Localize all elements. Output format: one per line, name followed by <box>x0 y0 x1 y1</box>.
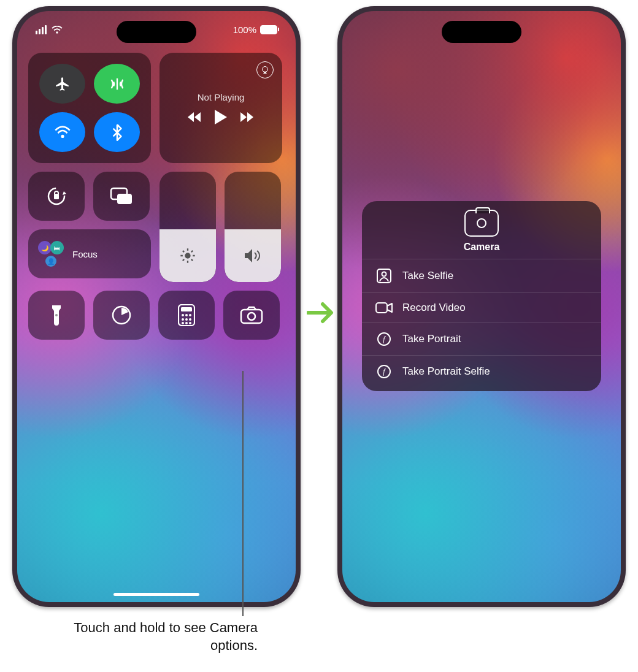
calculator-button[interactable] <box>158 291 215 340</box>
svg-point-14 <box>189 314 191 316</box>
svg-rect-11 <box>181 307 192 311</box>
camera-action-label: Take Selfie <box>402 270 453 282</box>
svg-point-22 <box>248 313 255 320</box>
camera-action-video[interactable]: Record Video <box>362 292 601 323</box>
svg-point-25 <box>382 272 386 277</box>
wifi-status-icon <box>52 26 63 34</box>
camera-action-portrait[interactable]: f Take Portrait <box>362 323 601 355</box>
personal-focus-icon: 👤 <box>45 256 56 267</box>
brightness-slider[interactable] <box>160 172 216 282</box>
svg-point-17 <box>189 318 191 321</box>
focus-label: Focus <box>72 249 98 259</box>
svg-point-13 <box>185 314 188 316</box>
svg-text:f: f <box>383 335 386 343</box>
camera-action-portrait-selfie[interactable]: f Take Portrait Selfie <box>362 355 601 388</box>
selfie-icon <box>375 268 393 284</box>
svg-rect-4 <box>54 194 59 199</box>
home-indicator[interactable] <box>113 593 199 596</box>
svg-rect-26 <box>376 303 387 313</box>
callout-caption: Touch and hold to see Camera options. <box>37 619 258 654</box>
airplane-mode-button[interactable] <box>39 64 85 104</box>
next-track-button[interactable] <box>240 112 254 123</box>
sleep-focus-icon: 🛏 <box>50 241 64 254</box>
camera-icon[interactable] <box>464 210 499 237</box>
connectivity-group[interactable] <box>28 53 151 163</box>
svg-rect-6 <box>117 194 132 204</box>
svg-point-23 <box>477 219 486 227</box>
focus-button[interactable]: 🌙 🛏 👤 Focus <box>28 229 151 278</box>
svg-text:f: f <box>383 367 386 376</box>
camera-menu-title: Camera <box>464 242 500 253</box>
cellular-data-button[interactable] <box>94 64 140 104</box>
svg-point-16 <box>185 318 188 321</box>
airplay-icon[interactable] <box>256 61 274 78</box>
portrait-icon: f <box>375 332 393 346</box>
previous-track-button[interactable] <box>188 112 201 123</box>
volume-slider[interactable] <box>225 172 281 282</box>
dynamic-island <box>442 21 521 43</box>
phone-control-center: 100% <box>12 6 301 607</box>
svg-point-20 <box>189 322 191 324</box>
svg-point-1 <box>61 134 64 137</box>
camera-action-label: Record Video <box>402 302 466 314</box>
phone-camera-menu: Camera Take Selfie Record Video f Take P… <box>337 6 626 607</box>
flashlight-button[interactable] <box>28 291 85 340</box>
svg-point-7 <box>185 253 190 258</box>
dynamic-island <box>117 21 196 43</box>
timer-button[interactable] <box>93 291 150 340</box>
svg-point-15 <box>182 318 184 321</box>
callout-line <box>242 371 244 616</box>
play-button[interactable] <box>215 110 227 124</box>
screen-mirroring-button[interactable] <box>93 172 150 221</box>
media-status: Not Playing <box>198 92 245 102</box>
volume-icon <box>244 248 262 264</box>
battery-percent: 100% <box>233 25 256 35</box>
camera-action-selfie[interactable]: Take Selfie <box>362 259 601 292</box>
svg-point-0 <box>56 31 58 34</box>
brightness-icon <box>179 247 196 264</box>
svg-point-12 <box>182 314 184 316</box>
svg-point-8 <box>55 314 58 316</box>
svg-rect-21 <box>241 310 262 323</box>
orientation-lock-button[interactable] <box>28 172 85 221</box>
camera-action-label: Take Portrait <box>402 333 461 345</box>
focus-icons: 🌙 🛏 👤 <box>38 241 64 267</box>
camera-button[interactable] <box>223 291 280 340</box>
media-controls[interactable]: Not Playing <box>160 53 282 163</box>
do-not-disturb-icon: 🌙 <box>38 241 52 254</box>
svg-point-19 <box>185 322 188 324</box>
camera-quick-actions-menu: Camera Take Selfie Record Video f Take P… <box>362 201 601 391</box>
svg-point-18 <box>182 322 184 324</box>
battery-icon <box>260 25 277 34</box>
wifi-button[interactable] <box>39 112 85 152</box>
bluetooth-button[interactable] <box>94 112 140 152</box>
portrait-selfie-icon: f <box>375 364 393 379</box>
cellular-signal-icon <box>36 25 47 34</box>
transition-arrow-icon <box>307 300 335 325</box>
video-icon <box>375 302 393 314</box>
camera-action-label: Take Portrait Selfie <box>402 365 490 378</box>
